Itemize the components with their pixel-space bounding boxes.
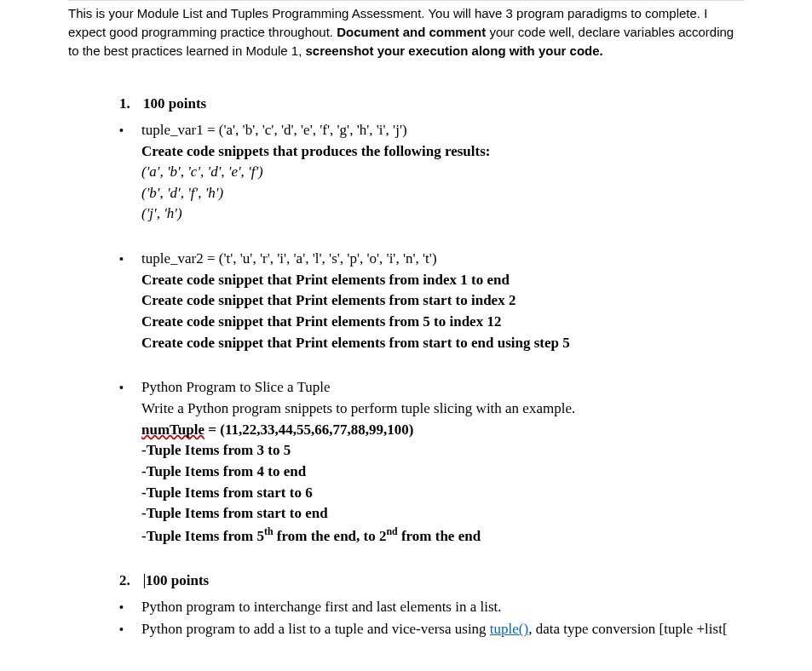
q1-b3-r5a: -Tuple Items from 5 <box>141 527 264 543</box>
spellcheck-wavy: numTuple <box>141 422 204 438</box>
q1-b3-r3: -Tuple Items from start to 6 <box>141 483 744 504</box>
q1-b3-r1: -Tuple Items from 3 to 5 <box>141 440 744 462</box>
document-page: This is your Module List and Tuples Prog… <box>0 0 812 671</box>
q1-b3-line2: Write a Python program snippets to perfo… <box>141 399 744 420</box>
bullet-icon: • <box>119 619 141 639</box>
q1-b3-r4: -Tuple Items from start to end <box>141 503 744 525</box>
q1-b3-r5e: from the end <box>398 527 481 543</box>
q1-b2-line1: tuple_var2 = ('t', 'u', 'r', 'i', 'a', '… <box>141 249 744 270</box>
q1-b2-line2: Create code snippet that Print elements … <box>141 270 744 291</box>
q1-b2-line4: Create code snippet that Print elements … <box>141 312 744 333</box>
q1-b3-r5: -Tuple Items from 5th from the end, to 2… <box>141 525 744 547</box>
q2-bullet2-row: • Python program to add a list to a tupl… <box>119 619 744 640</box>
q2-b2: Python program to add a list to a tuple … <box>141 619 744 640</box>
q2-heading: 2.100 points <box>119 571 744 592</box>
q1-b3-r5b-sup: th <box>264 525 274 537</box>
q2-b2a: Python program to add a list to a tuple … <box>141 621 490 637</box>
q1-heading: 1.100 points <box>119 94 744 115</box>
bullet-icon: • <box>119 597 141 617</box>
q2-b2c: , data type conversion [tuple +list[ <box>528 621 727 637</box>
q1-b1-result1: ('a', 'b', 'c', 'd', 'e', 'f') <box>141 162 744 183</box>
text-cursor <box>144 574 145 588</box>
tuple-link[interactable]: tuple() <box>490 621 528 637</box>
q2-number: 2. <box>119 571 143 592</box>
q1-b3-r5d-sup: nd <box>386 525 397 537</box>
content-body: 1.100 points • tuple_var1 = ('a', 'b', '… <box>119 94 744 640</box>
q1-b3-line3b: = (11,22,33,44,55,66,77,88,99,100) <box>204 422 413 438</box>
q1-b2-line3: Create code snippet that Print elements … <box>141 290 744 312</box>
intro-text-b: Document and comment <box>337 25 486 39</box>
q1-b1-line1: tuple_var1 = ('a', 'b', 'c', 'd', 'e', '… <box>141 120 744 141</box>
q1-b3-r2: -Tuple Items from 4 to end <box>141 462 744 483</box>
q1-bullet1-block: • tuple_var1 = ('a', 'b', 'c', 'd', 'e',… <box>119 120 744 225</box>
q1-b2-line5: Create code snippet that Print elements … <box>141 333 744 354</box>
q1-b1-result3: ('j', 'h') <box>141 204 744 225</box>
q2-points: 100 points <box>146 572 209 588</box>
q1-b3-r5c: from the end, to 2 <box>274 527 387 543</box>
q2-bullet1-row: • Python program to interchange first an… <box>119 597 744 618</box>
intro-text-d: screenshot your execution along with you… <box>306 43 603 58</box>
bullet-icon: • <box>119 377 141 398</box>
q1-number: 1. <box>119 94 143 115</box>
q1-bullet3-block: • Python Program to Slice a Tuple Write … <box>119 377 744 547</box>
q1-points: 100 points <box>143 95 206 112</box>
q1-b3-line3: numTuple = (11,22,33,44,55,66,77,88,99,1… <box>141 420 744 441</box>
q1-b3-line1: Python Program to Slice a Tuple <box>141 377 744 399</box>
q2-b1: Python program to interchange first and … <box>141 597 744 618</box>
q1-b1-result2: ('b', 'd', 'f', 'h') <box>141 183 744 204</box>
q1-b1-line2: Create code snippets that produces the f… <box>141 141 744 163</box>
bullet-icon: • <box>119 249 141 269</box>
q1-bullet2-block: • tuple_var2 = ('t', 'u', 'r', 'i', 'a',… <box>119 249 744 353</box>
intro-paragraph: This is your Module List and Tuples Prog… <box>68 0 744 60</box>
bullet-icon: • <box>119 120 141 141</box>
